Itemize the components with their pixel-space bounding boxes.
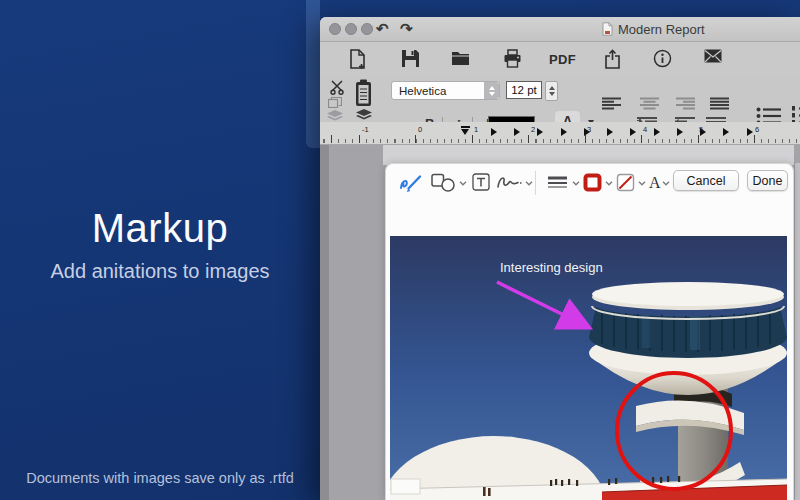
ruler-number: 0 [418, 125, 422, 134]
window-edge-shade [320, 145, 329, 500]
photo-canvas: Interesting design [390, 236, 787, 500]
promo-subtitle: Add anitations to images [0, 260, 320, 283]
align-center-icon[interactable] [640, 97, 660, 110]
background-glow [306, 0, 320, 148]
stepper-down-icon [489, 92, 495, 96]
stepper-up-icon [489, 86, 495, 90]
annotated-photo[interactable]: Interesting design [390, 236, 787, 500]
new-document-icon[interactable] [349, 49, 366, 70]
tab-stop-marker[interactable] [561, 128, 567, 136]
app-window: ↶ ↷ Modern Report [320, 17, 800, 500]
chevron-down-icon[interactable] [662, 181, 670, 186]
tab-stop-marker[interactable] [677, 128, 683, 136]
paste-icon[interactable] [355, 79, 372, 107]
tab-stop-marker[interactable] [630, 128, 636, 136]
chevron-down-icon[interactable] [572, 181, 580, 186]
window-title-group: Modern Report [602, 21, 705, 37]
cancel-button[interactable]: Cancel [673, 170, 739, 191]
text-tool-icon[interactable] [472, 173, 490, 191]
text-style-button[interactable]: A [649, 174, 661, 192]
tab-stop-marker[interactable] [514, 128, 520, 136]
ruler-number: -1 [362, 125, 369, 134]
ruler-number: 4 [643, 125, 647, 134]
document-proxy-icon [602, 22, 613, 36]
font-size-stepper[interactable] [545, 81, 558, 101]
promo-panel: Markup Add anitations to images Document… [0, 0, 320, 500]
tab-stop-marker[interactable] [491, 128, 497, 136]
indent-marker[interactable] [461, 126, 470, 135]
chevron-down-icon[interactable] [459, 181, 467, 186]
close-window-button[interactable] [329, 23, 341, 35]
scroll-rail[interactable] [794, 163, 800, 500]
zoom-window-button[interactable] [361, 23, 373, 35]
promo-title: Markup [0, 206, 320, 251]
tab-stop-marker[interactable] [584, 128, 590, 136]
save-icon[interactable] [401, 49, 420, 68]
layers-front-icon[interactable] [356, 109, 372, 121]
ruler-major-ticks [320, 135, 800, 143]
minimize-window-button[interactable] [345, 23, 357, 35]
shapes-tool-icon[interactable] [431, 173, 456, 192]
format-bar: Helvetica 12 pt B I U A [320, 78, 800, 122]
font-family-value: Helvetica [392, 85, 484, 97]
promo-footnote: Documents with images save only as .rtfd [0, 470, 320, 486]
divider [535, 171, 536, 195]
copy-icon[interactable] [328, 97, 342, 108]
markup-overlay-panel: A Cancel Done [385, 163, 794, 500]
page-edge [383, 145, 794, 165]
share-icon[interactable] [604, 49, 621, 69]
tab-stop-marker[interactable] [607, 128, 613, 136]
open-folder-icon[interactable] [451, 49, 470, 66]
window-title: Modern Report [618, 22, 705, 37]
ruler[interactable]: -1 0 1 2 3 4 5 6 [320, 122, 800, 145]
stepper-up-icon [549, 86, 555, 90]
font-stepper[interactable] [484, 82, 499, 99]
done-button[interactable]: Done [747, 170, 788, 191]
tab-stop-marker[interactable] [747, 128, 753, 136]
line-weight-icon[interactable] [548, 176, 568, 189]
annotation-text: Interesting design [500, 260, 603, 275]
screenshot-stage: Markup Add anitations to images Document… [0, 0, 800, 500]
fill-color-icon[interactable] [616, 173, 635, 192]
titlebar: ↶ ↷ Modern Report [320, 17, 800, 42]
main-toolbar: PDF [320, 42, 800, 78]
redo-icon[interactable]: ↷ [400, 20, 413, 38]
cut-icon[interactable] [329, 80, 345, 95]
stepper-down-icon [549, 92, 555, 96]
align-right-icon[interactable] [676, 97, 696, 110]
tab-stop-marker[interactable] [654, 128, 660, 136]
pdf-export-button[interactable]: PDF [549, 52, 576, 67]
undo-icon[interactable]: ↶ [376, 20, 389, 38]
signature-tool-icon[interactable] [496, 173, 524, 192]
align-left-icon[interactable] [602, 97, 622, 110]
chevron-down-icon[interactable] [605, 181, 613, 186]
font-size-field[interactable]: 12 pt [506, 81, 542, 99]
layers-back-icon[interactable] [327, 110, 343, 121]
tab-stop-marker[interactable] [537, 128, 543, 136]
ruler-number: 1 [474, 125, 478, 134]
tab-stop-marker[interactable] [723, 128, 729, 136]
chevron-down-icon[interactable] [525, 181, 533, 186]
ruler-number: 6 [755, 125, 759, 134]
chevron-down-icon[interactable] [638, 181, 646, 186]
font-family-select[interactable]: Helvetica [391, 81, 500, 100]
tab-stop-marker[interactable] [700, 128, 706, 136]
align-justify-icon[interactable] [710, 97, 730, 110]
border-color-icon[interactable] [583, 173, 602, 192]
sketch-tool-icon[interactable] [399, 173, 424, 193]
ruler-number: 2 [531, 125, 535, 134]
mail-icon[interactable] [704, 49, 722, 63]
info-icon[interactable] [653, 49, 672, 68]
print-icon[interactable] [503, 49, 522, 68]
